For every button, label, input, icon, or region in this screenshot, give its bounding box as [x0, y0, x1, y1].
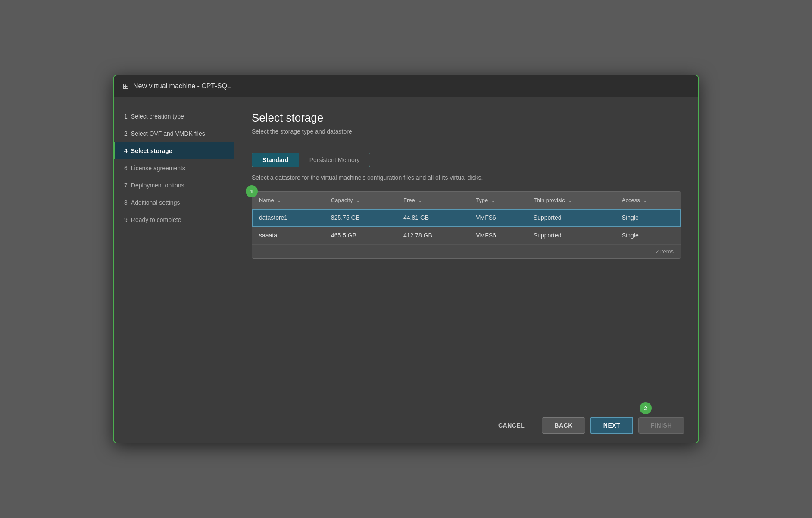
finish-button[interactable]: FINISH [638, 417, 684, 434]
vm-icon: ⊞ [122, 81, 129, 91]
step8-label: Additional settings [131, 199, 180, 206]
next-button[interactable]: NEXT [590, 417, 633, 434]
step1-number: 1 [124, 113, 128, 120]
step2-label: Select OVF and VMDK files [131, 130, 205, 137]
sort-type-icon: ⌄ [491, 198, 495, 203]
sort-capacity-icon: ⌄ [356, 198, 359, 203]
step4-number: 4 [124, 147, 128, 154]
tab-persistent-memory[interactable]: Persistent Memory [299, 153, 370, 167]
badge-2: 2 [640, 402, 652, 414]
header-row: Name ⌄ Capacity ⌄ Free ⌄ [252, 192, 681, 209]
sort-name-icon: ⌄ [277, 198, 281, 203]
sidebar-item-step6[interactable]: 6 License agreements [114, 159, 234, 177]
sidebar-item-step4[interactable]: 4 Select storage [114, 142, 234, 159]
storage-table: Name ⌄ Capacity ⌄ Free ⌄ [252, 192, 681, 244]
table-row[interactable]: datastore1 825.75 GB 44.81 GB VMFS6 Supp… [252, 209, 681, 227]
row1-free: 44.81 GB [397, 209, 469, 227]
items-count: 2 items [252, 244, 681, 258]
table-wrapper: 1 Name ⌄ Capacity ⌄ [252, 191, 681, 259]
row1-access: Single [615, 209, 681, 227]
row2-name: saaata [252, 227, 324, 244]
table-body: datastore1 825.75 GB 44.81 GB VMFS6 Supp… [252, 209, 681, 244]
sidebar-item-step7[interactable]: 7 Deployment options [114, 177, 234, 194]
window-title: New virtual machine - CPT-SQL [133, 82, 231, 90]
col-free[interactable]: Free ⌄ [397, 192, 469, 209]
datastore-table: Name ⌄ Capacity ⌄ Free ⌄ [252, 191, 681, 259]
row1-thin: Supported [527, 209, 615, 227]
step2-number: 2 [124, 130, 128, 137]
row2-capacity: 465.5 GB [324, 227, 397, 244]
row2-free: 412.78 GB [397, 227, 469, 244]
table-row[interactable]: saaata 465.5 GB 412.78 GB VMFS6 Supporte… [252, 227, 681, 244]
badge-1: 1 [246, 185, 258, 197]
dialog-body: 1 Select creation type 2 Select OVF and … [114, 97, 698, 408]
sort-free-icon: ⌄ [418, 198, 422, 203]
footer: 2 CANCEL BACK NEXT FINISH [114, 408, 698, 443]
sort-thin-icon: ⌄ [568, 198, 572, 203]
back-button[interactable]: BACK [542, 417, 585, 434]
step8-number: 8 [124, 199, 128, 206]
sort-access-icon: ⌄ [643, 198, 646, 203]
step7-number: 7 [124, 182, 128, 189]
col-access[interactable]: Access ⌄ [615, 192, 681, 209]
step9-number: 9 [124, 216, 128, 223]
sidebar: 1 Select creation type 2 Select OVF and … [114, 97, 234, 408]
row2-thin: Supported [527, 227, 615, 244]
tab-bar: Standard Persistent Memory [252, 153, 370, 167]
row1-type: VMFS6 [469, 209, 527, 227]
step6-number: 6 [124, 165, 128, 172]
col-capacity[interactable]: Capacity ⌄ [324, 192, 397, 209]
sidebar-item-step9[interactable]: 9 Ready to complete [114, 211, 234, 228]
row2-type: VMFS6 [469, 227, 527, 244]
row2-access: Single [615, 227, 681, 244]
sidebar-item-step1[interactable]: 1 Select creation type [114, 108, 234, 125]
cancel-button[interactable]: CANCEL [486, 418, 537, 433]
col-thin[interactable]: Thin provisic ⌄ [527, 192, 615, 209]
step4-label: Select storage [131, 147, 172, 154]
col-type[interactable]: Type ⌄ [469, 192, 527, 209]
col-name[interactable]: Name ⌄ [252, 192, 324, 209]
divider [252, 144, 681, 144]
dialog-container: ⊞ New virtual machine - CPT-SQL 1 Select… [113, 75, 699, 443]
tab-description: Select a datastore for the virtual machi… [252, 174, 681, 181]
table-header: Name ⌄ Capacity ⌄ Free ⌄ [252, 192, 681, 209]
page-subtitle: Select the storage type and datastore [252, 128, 681, 135]
step1-label: Select creation type [131, 113, 184, 120]
row1-name: datastore1 [252, 209, 324, 227]
step6-label: License agreements [131, 165, 185, 172]
title-bar: ⊞ New virtual machine - CPT-SQL [114, 75, 698, 97]
row1-capacity: 825.75 GB [324, 209, 397, 227]
sidebar-item-step2[interactable]: 2 Select OVF and VMDK files [114, 125, 234, 142]
step7-label: Deployment options [131, 182, 184, 189]
main-content: Select storage Select the storage type a… [234, 97, 698, 408]
tab-standard[interactable]: Standard [252, 153, 299, 167]
step9-label: Ready to complete [131, 216, 181, 223]
page-title: Select storage [252, 111, 681, 125]
sidebar-item-step8[interactable]: 8 Additional settings [114, 194, 234, 211]
